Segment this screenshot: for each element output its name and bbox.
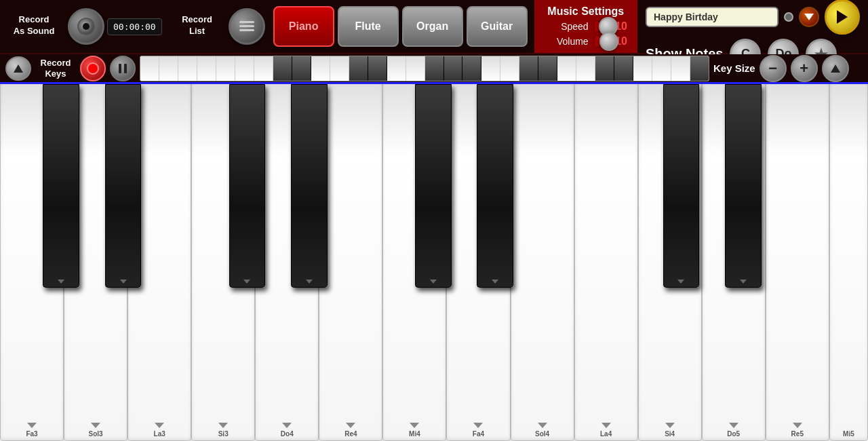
record-list-section: RecordList	[170, 14, 224, 39]
up-arrow-icon	[13, 64, 24, 73]
speed-label: Speed	[545, 21, 589, 32]
record-list-label: RecordList	[182, 14, 212, 37]
key-size-plus-button[interactable]: +	[791, 55, 818, 82]
record-button[interactable]	[68, 8, 104, 45]
record-keys-button[interactable]	[80, 56, 106, 81]
play-button[interactable]	[825, 0, 860, 35]
volume-label: Volume	[545, 36, 589, 47]
middle-bar: RecordKeys	[0, 54, 868, 84]
svg-rect-2	[239, 29, 254, 31]
volume-slider-track[interactable]	[594, 35, 601, 47]
key-size-minus-button[interactable]: −	[760, 55, 787, 82]
timer-display: 00:00:00	[107, 18, 162, 35]
dropdown-icon	[804, 14, 814, 20]
svg-rect-0	[239, 21, 254, 23]
pause-button[interactable]	[110, 56, 136, 81]
music-settings: Music Settings Speed 10 Volume 10	[534, 0, 637, 53]
svg-marker-4	[837, 10, 848, 24]
instrument-buttons: Piano Flute Organ Guitar	[273, 6, 528, 47]
music-control: Music Control Happy Birtday	[637, 0, 868, 53]
svg-marker-8	[831, 64, 840, 73]
mini-keyboard	[140, 56, 709, 81]
record-list-button[interactable]	[229, 8, 265, 45]
black-key-lab3[interactable]	[105, 84, 142, 288]
key-re4[interactable]: Re4	[319, 84, 382, 441]
record-as-sound-section: RecordAs Sound	[0, 12, 68, 41]
scroll-up-button[interactable]	[5, 56, 31, 81]
black-key-solb3[interactable]	[43, 84, 79, 288]
guitar-button[interactable]: Guitar	[467, 6, 528, 47]
key-size-arrow-icon	[830, 64, 841, 73]
key-size-up-button[interactable]	[822, 55, 849, 82]
key-mi5[interactable]: Mi5	[829, 84, 868, 441]
speed-slider-track[interactable]	[594, 20, 601, 33]
flute-button[interactable]: Flute	[338, 6, 399, 47]
svg-marker-5	[14, 64, 23, 73]
black-key-lab4[interactable]	[477, 84, 513, 288]
key-size-section: Key Size − +	[713, 55, 863, 82]
piano-button[interactable]: Piano	[273, 6, 334, 47]
key-re5[interactable]: Re5	[766, 84, 829, 441]
black-key-reb5[interactable]	[663, 84, 700, 288]
record-keys-label: RecordKeys	[35, 58, 76, 79]
key-la4[interactable]: La4	[574, 84, 638, 441]
record-as-sound-label: RecordAs Sound	[14, 14, 55, 37]
list-icon	[238, 19, 256, 34]
svg-rect-7	[124, 64, 127, 73]
black-keys-overlay	[0, 84, 868, 288]
organ-button[interactable]: Organ	[402, 6, 463, 47]
song-select[interactable]: Happy Birtday	[646, 7, 778, 27]
key-size-label: Key Size	[713, 62, 755, 74]
song-dot	[784, 12, 793, 22]
black-key-solb4[interactable]	[415, 84, 452, 288]
svg-marker-3	[804, 14, 814, 20]
svg-rect-6	[119, 64, 121, 73]
black-key-mib5[interactable]	[725, 84, 762, 288]
black-key-mib4[interactable]	[291, 84, 328, 288]
dropdown-arrow-button[interactable]	[799, 7, 819, 27]
pause-icon	[118, 63, 127, 74]
piano-area: Fa3 Sol3 La3 Si3	[0, 84, 868, 441]
music-settings-title: Music Settings	[547, 5, 624, 18]
svg-rect-1	[239, 25, 254, 27]
key-sol4[interactable]: Sol4	[511, 84, 574, 441]
volume-slider-thumb[interactable]	[599, 32, 618, 51]
play-icon	[835, 9, 849, 24]
black-key-reb4[interactable]	[229, 84, 266, 288]
